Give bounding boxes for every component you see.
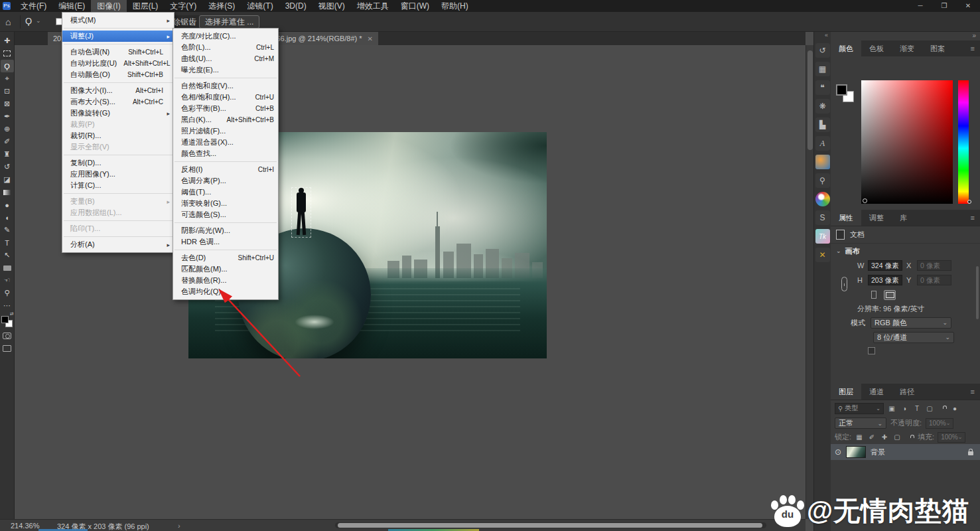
color-mode-dropdown[interactable]: RGB 颜色 ⌄: [871, 317, 951, 329]
tab-layers[interactable]: 图层: [831, 384, 861, 400]
menu-item-auto-contrast[interactable]: 自动对比度(U)Alt+Shift+Ctrl+L▸: [62, 58, 174, 69]
submenu-item-equalize[interactable]: 色调均化(Q): [173, 286, 278, 297]
menu-plugins[interactable]: 增效工具: [351, 0, 395, 12]
link-dimensions-icon[interactable]: [841, 277, 847, 291]
menu-type[interactable]: 文字(Y): [164, 0, 202, 12]
opacity-field[interactable]: 100% ⌄: [926, 418, 953, 429]
menu-item-canvas-size[interactable]: 画布大小(S)...Alt+Ctrl+C▸: [62, 96, 174, 108]
hue-slider-marker[interactable]: [967, 200, 971, 204]
menu-item-duplicate[interactable]: 复制(D)...▸: [62, 157, 174, 169]
submenu-item-levels[interactable]: 色阶(L)...Ctrl+L: [173, 42, 278, 53]
canvas-horizontal-scrollbar[interactable]: [335, 522, 766, 528]
portrait-orientation-button[interactable]: [868, 290, 880, 300]
menu-item-adjustments[interactable]: 调整(J)▸: [62, 31, 174, 42]
spot-healing-tool[interactable]: ⊕: [1, 123, 14, 135]
menu-item-image-rotation[interactable]: 图像旋转(G)▸: [62, 108, 174, 119]
submenu-item-color-balance[interactable]: 色彩平衡(B)...Ctrl+B: [173, 103, 278, 114]
lock-transparency-icon[interactable]: ▦: [855, 433, 864, 441]
collapse-dock-icon[interactable]: «: [814, 32, 831, 41]
crossed-brushes-plugin-icon[interactable]: ✕: [815, 248, 830, 262]
menu-item-mode[interactable]: 模式(M)▸: [62, 15, 174, 26]
tab-close-icon[interactable]: ✕: [368, 35, 373, 42]
edit-toolbar-button[interactable]: ⋯: [1, 299, 14, 312]
layer-visibility-icon[interactable]: ⊙: [835, 447, 841, 457]
pen-tool[interactable]: ✎: [1, 224, 14, 236]
layer-filter-dropdown[interactable]: ⚲ 类型 ⌄: [835, 403, 884, 414]
menu-filter[interactable]: 滤镜(T): [241, 0, 279, 12]
x-field[interactable]: 0 像素: [917, 260, 951, 271]
submenu-item-match-color[interactable]: 匹配颜色(M)...: [173, 264, 278, 275]
comments-panel-icon[interactable]: ❝: [815, 80, 830, 95]
filter-gallery-panel-icon[interactable]: ❋: [815, 99, 830, 114]
tk-plugin-icon[interactable]: Tk: [815, 229, 830, 244]
menu-item-analysis[interactable]: 分析(A)▸: [62, 239, 174, 250]
submenu-item-gradient-map[interactable]: 渐变映射(G)...: [173, 198, 278, 209]
saturation-brightness-picker[interactable]: [861, 80, 953, 204]
submenu-item-channel-mixer[interactable]: 通道混合器(X)...: [173, 137, 278, 148]
shape-tool[interactable]: [1, 262, 14, 274]
layers-panel-menu-icon[interactable]: ≡: [971, 384, 980, 400]
tab-patterns[interactable]: 图案: [922, 40, 953, 56]
search-plugin-icon[interactable]: ⚲: [815, 173, 830, 188]
select-and-mask-button[interactable]: 选择并遮住 ...: [199, 15, 259, 29]
lock-position-icon[interactable]: ✚: [880, 433, 889, 441]
minimize-button[interactable]: ─: [908, 0, 932, 12]
blend-mode-dropdown[interactable]: 正常 ⌄: [835, 417, 886, 429]
submenu-item-shadows-highlights[interactable]: 阴影/高光(W)...: [173, 225, 278, 236]
collapse-panels-icon[interactable]: »: [831, 32, 980, 40]
menu-select[interactable]: 选择(S): [202, 0, 241, 12]
submenu-item-threshold[interactable]: 阈值(T)...: [173, 187, 278, 198]
submenu-item-desaturate[interactable]: 去色(D)Shift+Ctrl+U: [173, 252, 278, 264]
width-field[interactable]: 324 像素: [868, 260, 902, 271]
submenu-item-brightness-contrast[interactable]: 亮度/对比度(C)...: [173, 31, 278, 42]
submenu-item-hue-saturation[interactable]: 色相/饱和度(H)...Ctrl+U: [173, 92, 278, 103]
menu-window[interactable]: 窗口(W): [395, 0, 435, 12]
menu-layer[interactable]: 图层(L): [127, 0, 165, 12]
submenu-item-black-white[interactable]: 黑白(K)...Alt+Shift+Ctrl+B: [173, 114, 278, 125]
submenu-item-replace-color[interactable]: 替换颜色(R)...: [173, 275, 278, 286]
color-picker-marker[interactable]: [863, 198, 867, 203]
eraser-tool[interactable]: ◪: [1, 173, 14, 186]
frame-tool[interactable]: ⊠: [1, 98, 14, 110]
lasso-tool[interactable]: Ϙ: [1, 60, 14, 72]
submenu-item-vibrance[interactable]: 自然饱和度(V)...: [173, 80, 278, 92]
home-icon[interactable]: ⌂: [5, 17, 11, 27]
landscape-orientation-button[interactable]: [884, 290, 896, 300]
brush-tool[interactable]: ✐: [1, 135, 14, 148]
hue-slider[interactable]: [958, 80, 969, 204]
menu-item-image-size[interactable]: 图像大小(I)...Alt+Ctrl+I▸: [62, 85, 174, 96]
vertical-scroll-thumb[interactable]: [807, 50, 813, 150]
tab-swatches[interactable]: 色板: [861, 40, 892, 56]
lock-artboard-icon[interactable]: ▢: [892, 433, 902, 441]
submenu-item-hdr-toning[interactable]: HDR 色调...: [173, 236, 278, 248]
status-menu-arrow-icon[interactable]: ›: [178, 522, 180, 530]
histogram-panel-icon[interactable]: ▙: [815, 117, 830, 132]
clone-stamp-tool[interactable]: ♜: [1, 148, 14, 161]
crop-tool[interactable]: ⊡: [1, 85, 14, 98]
type-tool[interactable]: T: [1, 236, 14, 249]
bit-depth-dropdown[interactable]: 8 位/通道 ⌄: [873, 332, 954, 343]
menu-image[interactable]: 图像(I): [91, 0, 126, 12]
bird-plugin-icon[interactable]: [815, 155, 830, 169]
layer-thumbnail[interactable]: [846, 446, 866, 458]
menu-item-calculations[interactable]: 计算(C)...▸: [62, 180, 174, 191]
lasso-tool-preset-icon[interactable]: Ϙ: [25, 16, 32, 26]
menu-3d[interactable]: 3D(D): [279, 0, 313, 12]
properties-scrollbar[interactable]: [976, 266, 979, 319]
tab-color[interactable]: 颜色: [831, 40, 861, 56]
tab-paths[interactable]: 路径: [892, 384, 922, 400]
zoom-level-field[interactable]: 214.36%: [11, 522, 39, 530]
submenu-item-exposure[interactable]: 曝光度(E)...: [173, 64, 278, 76]
sphere-plugin-icon[interactable]: [815, 192, 830, 206]
filter-shape-layers-icon[interactable]: ▢: [925, 405, 934, 412]
blur-tool[interactable]: ●: [1, 198, 14, 211]
menu-edit[interactable]: 编辑(E): [52, 0, 91, 12]
tab-adjustments[interactable]: 调整: [861, 210, 892, 226]
menu-item-trim[interactable]: 裁切(R)...▸: [62, 130, 174, 141]
fill-field[interactable]: 100% ⌄: [938, 432, 965, 443]
marquee-tool[interactable]: [1, 47, 14, 60]
path-selection-tool[interactable]: ↖: [1, 249, 14, 262]
filter-toggle-icon[interactable]: ●: [950, 405, 959, 412]
menu-help[interactable]: 帮助(H): [435, 0, 474, 12]
s-plugin-icon[interactable]: S: [815, 210, 830, 225]
